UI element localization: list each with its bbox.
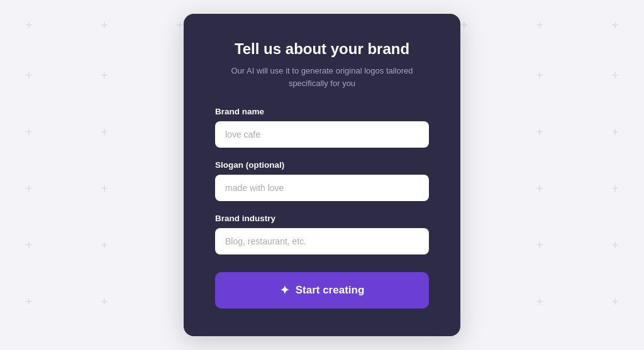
slogan-input[interactable] bbox=[215, 175, 429, 201]
brand-industry-input[interactable] bbox=[215, 228, 429, 254]
card-title: Tell us about your brand bbox=[215, 39, 429, 58]
slogan-group: Slogan (optional) bbox=[215, 160, 429, 201]
slogan-label: Slogan (optional) bbox=[215, 160, 429, 170]
brand-name-input[interactable] bbox=[215, 121, 429, 148]
sparkle-icon: ✦ bbox=[280, 283, 289, 297]
brand-name-group: Brand name bbox=[215, 107, 429, 148]
brand-industry-group: Brand industry bbox=[215, 214, 429, 254]
brand-name-label: Brand name bbox=[215, 107, 429, 116]
brand-form-card: Tell us about your brand Our AI will use… bbox=[184, 14, 460, 336]
start-creating-label: Start creating bbox=[296, 284, 365, 297]
card-subtitle: Our AI will use it to generate original … bbox=[215, 65, 429, 89]
brand-industry-label: Brand industry bbox=[215, 214, 429, 223]
start-creating-button[interactable]: ✦ Start creating bbox=[215, 272, 429, 309]
